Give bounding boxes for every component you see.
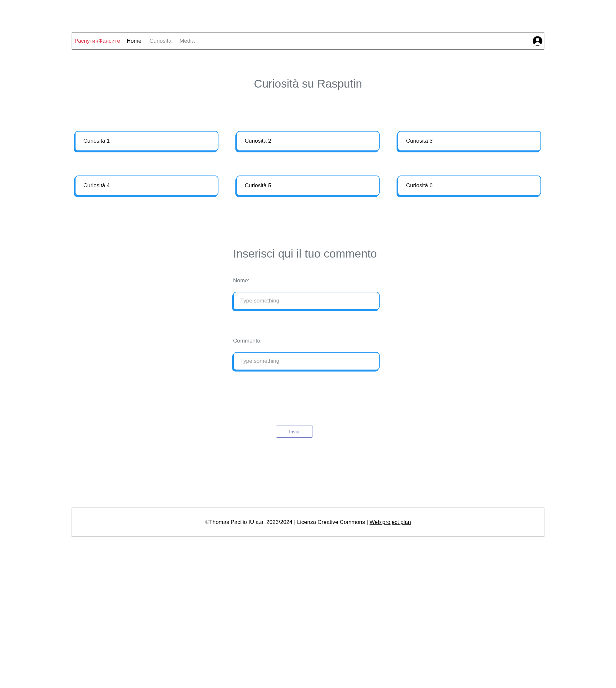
- nav-link-curiosita[interactable]: Curiosità: [150, 38, 171, 44]
- curiosity-card-6[interactable]: Curiosità 6: [398, 176, 541, 196]
- curiosity-cards-grid: Curiosità 1 Curiosità 2 Curiosità 3 Curi…: [72, 131, 544, 196]
- curiosity-card-2[interactable]: Curiosità 2: [236, 131, 380, 151]
- footer-text: ©Thomas Pacilio IU a.a. 2023/2024 | Lice…: [205, 519, 370, 525]
- submit-button[interactable]: Invia: [276, 426, 313, 438]
- curiosity-card-3[interactable]: Curiosità 3: [398, 131, 541, 151]
- page-title: Curiosità su Rasputin: [72, 77, 544, 90]
- name-input[interactable]: [233, 292, 380, 310]
- comment-form-title: Inserisci qui il tuo commento: [233, 246, 396, 261]
- footer: ©Thomas Pacilio IU a.a. 2023/2024 | Lice…: [72, 508, 544, 537]
- curiosity-card-4[interactable]: Curiosità 4: [75, 176, 218, 196]
- nav-link-media[interactable]: Media: [179, 38, 194, 44]
- navbar: РаспутинФансите Home Curiosità Media: [72, 32, 544, 49]
- user-avatar-icon[interactable]: [532, 36, 543, 46]
- curiosity-card-5[interactable]: Curiosità 5: [236, 176, 380, 196]
- comment-input[interactable]: [233, 352, 380, 370]
- comment-label: Commento:: [233, 338, 396, 344]
- footer-link-wpp[interactable]: Web project plan: [370, 519, 411, 525]
- nav-link-home[interactable]: Home: [127, 38, 141, 44]
- svg-point-1: [536, 38, 540, 42]
- comment-form-section: Inserisci qui il tuo commento Nome: Comm…: [220, 246, 396, 438]
- name-label: Nome:: [233, 278, 396, 284]
- brand[interactable]: РаспутинФансите: [74, 38, 120, 44]
- curiosity-card-1[interactable]: Curiosità 1: [75, 131, 218, 151]
